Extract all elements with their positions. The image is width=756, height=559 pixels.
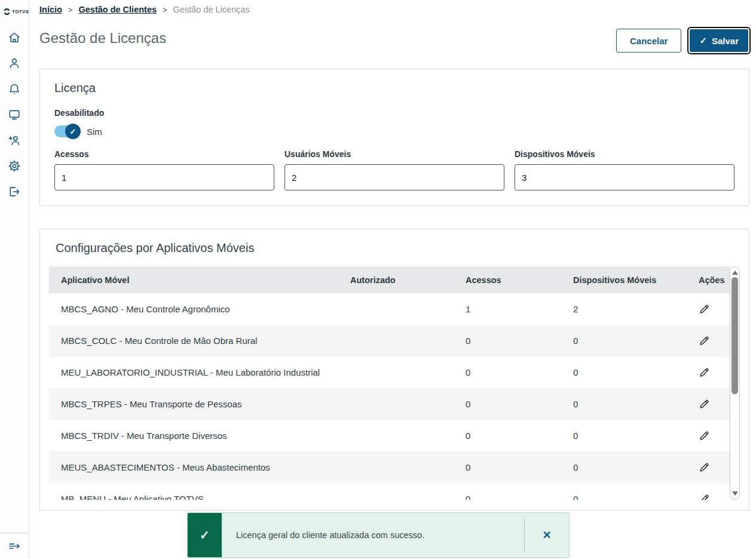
app-name-cell: MB_MENU - Meu Aplicativo TOTVS xyxy=(49,494,338,500)
breadcrumb-current: Gestão de Licenças xyxy=(173,5,250,14)
disabled-toggle-row: ✓ Sim xyxy=(54,125,734,137)
cancel-button[interactable]: Cancelar xyxy=(616,29,681,53)
success-toast: ✓ Licença geral do cliente atualizada co… xyxy=(187,512,570,558)
dispositivos-cell: 0 xyxy=(561,462,687,472)
sidebar: TOTVS xyxy=(0,0,29,559)
acessos-input[interactable] xyxy=(54,164,274,191)
acessos-label: Acessos xyxy=(54,149,274,159)
table-row: MBCS_AGNO - Meu Controle Agronômico 1 2 xyxy=(49,293,730,325)
success-check-icon: ✓ xyxy=(188,513,222,557)
table-row: MEU_LABORATORIO_INDUSTRIAL - Meu Laborat… xyxy=(49,357,730,388)
acoes-cell xyxy=(687,335,730,346)
edit-pencil-icon[interactable] xyxy=(699,462,710,473)
edit-pencil-icon[interactable] xyxy=(699,303,710,315)
col-header-aplicativo-movel: Aplicativo Móvel xyxy=(49,275,338,285)
usuarios-moveis-label: Usuários Móveis xyxy=(284,149,504,159)
dispositivos-moveis-label: Dispositivos Móveis xyxy=(515,149,734,159)
toggle-state-label: Sim xyxy=(87,127,102,137)
app-name-cell: MBCS_COLC - Meu Controle de Mão Obra Rur… xyxy=(49,336,338,346)
acessos-cell: 0 xyxy=(454,462,561,472)
edit-pencil-icon[interactable] xyxy=(699,367,710,378)
dispositivos-moveis-field-group: Dispositivos Móveis xyxy=(515,149,734,191)
acessos-cell: 0 xyxy=(454,336,561,346)
disabled-toggle[interactable]: ✓ xyxy=(54,125,78,137)
acessos-cell: 0 xyxy=(454,494,561,500)
toggle-check-icon: ✓ xyxy=(65,124,81,139)
table-row: MB_MENU - Meu Aplicativo TOTVS 0 0 xyxy=(49,483,730,500)
save-button[interactable]: ✓ Salvar xyxy=(690,29,748,52)
breadcrumb-separator: > xyxy=(163,5,167,14)
breadcrumb-separator: > xyxy=(68,5,73,14)
acoes-cell xyxy=(687,462,730,473)
apps-table-body: MBCS_AGNO - Meu Controle Agronômico 1 2 … xyxy=(49,293,730,500)
monitor-icon[interactable] xyxy=(8,108,21,121)
dispositivos-cell: 0 xyxy=(561,431,687,441)
check-icon: ✓ xyxy=(699,35,707,46)
app-name-cell: MBCS_TRPES - Meu Transporte de Pessoas xyxy=(49,399,338,409)
table-row: MBCS_TRDIV - Meu Transporte Diversos 0 0 xyxy=(49,420,730,452)
license-card-title: Licença xyxy=(54,81,734,95)
col-header-acoes: Ações xyxy=(687,275,730,285)
scrollbar-down-arrow-icon[interactable] xyxy=(732,492,738,496)
app-name-cell: MEUS_ABASTECIMENTOS - Meus Abastecimento… xyxy=(49,462,338,472)
dispositivos-moveis-input[interactable] xyxy=(515,164,734,191)
breadcrumb-inicio[interactable]: Início xyxy=(39,5,62,14)
app-name-cell: MEU_LABORATORIO_INDUSTRIAL - Meu Laborat… xyxy=(49,367,338,377)
acessos-cell: 1 xyxy=(454,304,561,314)
toast-message: Licença geral do cliente atualizada com … xyxy=(222,513,524,557)
dispositivos-cell: 0 xyxy=(561,399,687,409)
edit-pencil-icon[interactable] xyxy=(699,493,710,500)
apps-table: Aplicativo Móvel Autorizado Acessos Disp… xyxy=(49,266,740,500)
table-row: MBCS_COLC - Meu Controle de Mão Obra Rur… xyxy=(49,325,730,357)
notifications-bell-icon[interactable] xyxy=(8,82,21,96)
page-title: Gestão de Licenças xyxy=(39,30,166,47)
scrollbar-thumb[interactable] xyxy=(731,277,738,394)
apps-config-card: Configurações por Aplicativos Móveis Apl… xyxy=(39,229,749,511)
totvs-logo: TOTVS xyxy=(3,8,29,16)
acoes-cell xyxy=(687,398,730,410)
col-header-acessos: Acessos xyxy=(454,275,561,285)
sidebar-footer xyxy=(0,533,29,559)
apps-table-header: Aplicativo Móvel Autorizado Acessos Disp… xyxy=(49,266,730,293)
logout-icon[interactable] xyxy=(8,185,21,198)
acoes-cell xyxy=(687,493,730,500)
dispositivos-cell: 0 xyxy=(561,336,687,346)
totvs-logo-icon xyxy=(3,8,11,16)
settings-gear-icon[interactable] xyxy=(8,159,21,173)
edit-pencil-icon[interactable] xyxy=(699,430,710,441)
sidebar-nav xyxy=(0,31,29,198)
usuarios-moveis-input[interactable] xyxy=(284,164,504,191)
save-button-focus-ring: ✓ Salvar xyxy=(687,27,751,54)
acessos-cell: 0 xyxy=(454,367,561,377)
breadcrumb: Início > Gestão de Clientes > Gestão de … xyxy=(39,5,250,14)
apps-config-card-title: Configurações por Aplicativos Móveis xyxy=(56,241,740,255)
header-actions: Cancelar ✓ Salvar xyxy=(616,26,751,55)
breadcrumb-gestao-clientes[interactable]: Gestão de Clientes xyxy=(78,5,157,14)
home-icon[interactable] xyxy=(8,31,21,44)
acessos-cell: 0 xyxy=(454,431,561,441)
license-card: Licença Desabilitado ✓ Sim Acessos Usuár… xyxy=(39,69,749,206)
main-content: Início > Gestão de Clientes > Gestão de … xyxy=(29,0,756,559)
edit-pencil-icon[interactable] xyxy=(699,398,710,410)
scrollbar-up-arrow-icon[interactable] xyxy=(732,271,738,275)
toast-close-icon[interactable]: ✕ xyxy=(525,513,569,557)
disabled-label: Desabilitado xyxy=(54,108,734,118)
license-fields: Acessos Usuários Móveis Dispositivos Móv… xyxy=(54,149,734,191)
totvs-logo-text: TOTVS xyxy=(12,9,29,14)
acessos-field-group: Acessos xyxy=(54,149,274,191)
acoes-cell xyxy=(687,367,730,378)
app-name-cell: MBCS_AGNO - Meu Controle Agronômico xyxy=(49,304,338,314)
acessos-cell: 0 xyxy=(454,399,561,409)
col-header-autorizado: Autorizado xyxy=(338,275,454,285)
col-header-dispositivos-moveis: Dispositivos Móveis xyxy=(561,275,687,285)
usuarios-moveis-field-group: Usuários Móveis xyxy=(284,149,504,191)
user-icon[interactable] xyxy=(8,57,21,70)
add-user-icon[interactable] xyxy=(8,134,21,147)
edit-pencil-icon[interactable] xyxy=(699,335,710,346)
dispositivos-cell: 0 xyxy=(561,494,687,500)
app-name-cell: MBCS_TRDIV - Meu Transporte Diversos xyxy=(49,431,338,441)
acoes-cell xyxy=(687,303,730,315)
table-vertical-scrollbar[interactable] xyxy=(730,266,740,500)
menu-expand-icon[interactable] xyxy=(8,540,21,553)
table-row: MBCS_TRPES - Meu Transporte de Pessoas 0… xyxy=(49,388,730,420)
